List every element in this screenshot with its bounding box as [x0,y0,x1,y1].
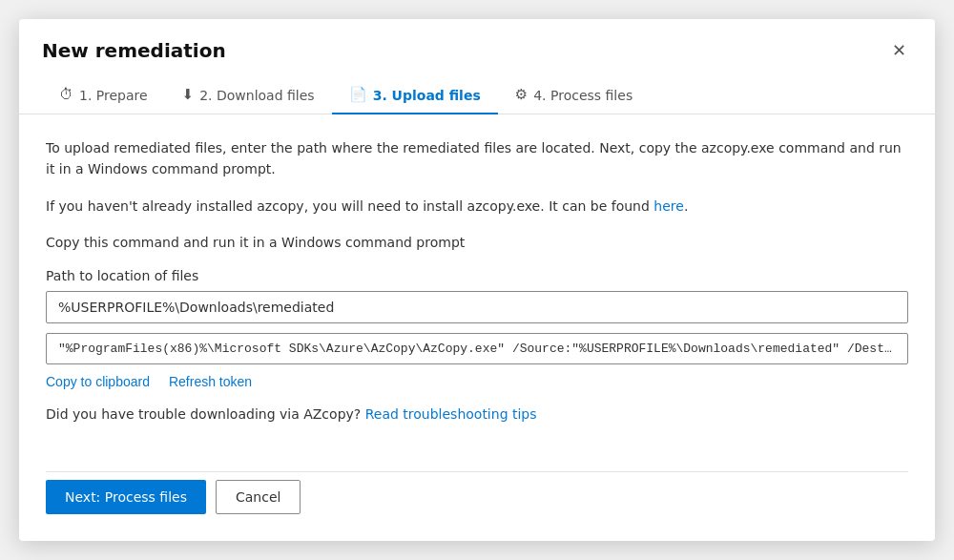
next-button[interactable]: Next: Process files [46,480,206,514]
tab-download[interactable]: ⬇ 2. Download files [165,78,332,114]
troubleshoot-pre: Did you have trouble downloading via AZc… [46,406,365,422]
process-icon: ⚙ [515,88,528,102]
upload-icon: 📄 [349,88,367,102]
description-2-post: . [684,198,688,214]
tab-upload[interactable]: 📄 3. Upload files [332,78,498,114]
description-2-pre: If you haven't already installed azcopy,… [46,198,653,214]
description-1: To upload remediated files, enter the pa… [46,137,908,180]
path-input[interactable] [46,291,908,323]
command-box: "%ProgramFiles(x86)%\Microsoft SDKs\Azur… [46,333,908,364]
description-2: If you haven't already installed azcopy,… [46,196,908,217]
dialog-content: To upload remediated files, enter the pa… [19,114,935,472]
tab-download-label: 2. Download files [199,88,314,103]
tab-upload-label: 3. Upload files [373,88,481,103]
refresh-token-button[interactable]: Refresh token [169,374,252,389]
troubleshoot-line: Did you have trouble downloading via AZc… [46,406,908,422]
dialog-header: New remediation ✕ [19,19,935,63]
download-icon: ⬇ [182,88,195,102]
close-button[interactable]: ✕ [886,38,912,63]
dialog-title: New remediation [42,39,226,62]
tab-process[interactable]: ⚙ 4. Process files [498,78,650,114]
tab-prepare[interactable]: ⏱ 1. Prepare [42,78,165,114]
action-links: Copy to clipboard Refresh token [46,374,908,389]
cancel-button[interactable]: Cancel [216,480,301,514]
tabs-nav: ⏱ 1. Prepare ⬇ 2. Download files 📄 3. Up… [19,78,935,114]
footer-divider [46,471,908,472]
description-3: Copy this command and run it in a Window… [46,232,908,253]
azcopy-link[interactable]: here [653,198,684,214]
path-label: Path to location of files [46,268,908,283]
tab-process-label: 4. Process files [533,88,633,103]
dialog-footer: Next: Process files Cancel [19,480,935,541]
new-remediation-dialog: New remediation ✕ ⏱ 1. Prepare ⬇ 2. Down… [19,19,935,542]
copy-to-clipboard-button[interactable]: Copy to clipboard [46,374,150,389]
troubleshoot-link[interactable]: Read troubleshooting tips [365,406,537,422]
tab-prepare-label: 1. Prepare [79,88,148,103]
prepare-icon: ⏱ [59,88,73,102]
